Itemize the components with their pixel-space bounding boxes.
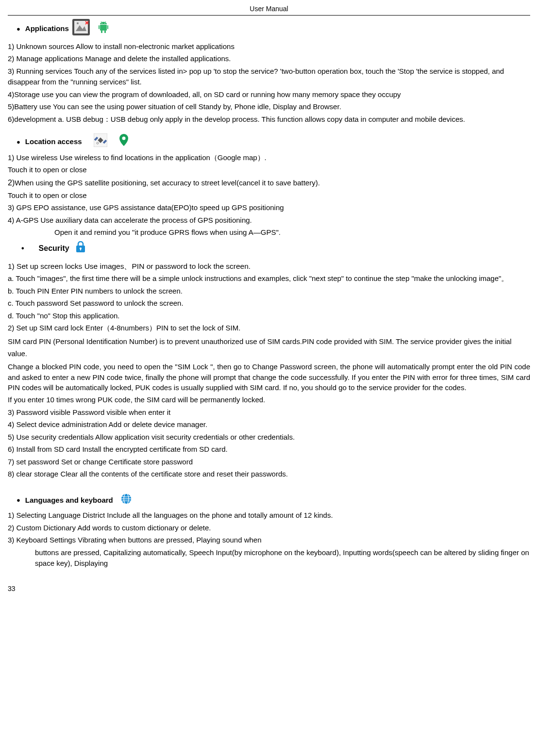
security-item-a: a. Touch "images", the first time there …: [8, 273, 530, 284]
globe-icon: [120, 493, 133, 509]
security-item-1: 1) Set up screen locks Use images、PIN or…: [8, 261, 530, 272]
svg-point-11: [101, 23, 102, 24]
page-number: 33: [8, 584, 530, 594]
satellite-icon: [94, 133, 107, 150]
section-languages-header: ● Languages and keyboard: [8, 493, 530, 509]
security-item-8: 8) clear storage Clear all the contents …: [8, 469, 530, 480]
section-title: Applications: [25, 23, 69, 34]
languages-item-1: 1) Selecting Language District Include a…: [8, 510, 530, 521]
applications-item-1: 1) Unknown sources Allow to install non-…: [8, 41, 530, 52]
security-item-5: 5) Use security credentials Allow applic…: [8, 432, 530, 443]
page-header: User Manual: [8, 4, 530, 15]
section-title: Location access: [25, 136, 82, 148]
bullet: ●: [17, 137, 20, 147]
location-item-2c: Touch it to open or close: [8, 190, 530, 201]
section-title: Languages and keyboard: [25, 495, 113, 506]
security-item-d: d. Touch "no" Stop this application.: [8, 311, 530, 322]
section-applications-header: ● Applications: [8, 18, 530, 39]
item-number: 2): [8, 177, 15, 189]
svg-point-12: [104, 23, 105, 24]
svg-rect-5: [99, 25, 100, 29]
applications-item-4: 4)Storage use you can view the program o…: [8, 89, 530, 100]
location-item-4: 4) A-GPS Use auxiliary data can accelera…: [8, 215, 530, 226]
applications-item-2: 2) Manage applications Manage and delete…: [8, 53, 530, 65]
applications-item-3: 3) Running services Touch any of the ser…: [8, 66, 530, 88]
applications-item-6: 6)development a. USB debug：USB debug onl…: [8, 114, 530, 125]
languages-item-2: 2) Custom Dictionary Add words to custom…: [8, 523, 530, 534]
section-title: Security: [39, 243, 69, 254]
svg-rect-6: [107, 25, 108, 29]
languages-item-3: 3) Keyboard Settings Vibrating when butt…: [8, 535, 530, 546]
svg-rect-4: [100, 25, 107, 31]
svg-point-3: [77, 22, 79, 24]
security-item-4: 4) Select device administration Add or d…: [8, 419, 530, 430]
section-security-header: • Security: [8, 241, 530, 256]
android-icon: [98, 21, 109, 37]
bullet: ●: [17, 495, 20, 505]
location-item-3: 3) GPS EPO assistance, use GPS assistanc…: [8, 202, 530, 214]
location-item-1b: Touch it to open or close: [8, 164, 530, 176]
bullet: •: [21, 243, 24, 254]
svg-rect-7: [101, 31, 102, 33]
security-item-3: 3) Password visible Password visible whe…: [8, 407, 530, 418]
header-rule: [8, 15, 530, 16]
applications-item-5: 5)Battery use You can see the using powe…: [8, 101, 530, 113]
location-item-4b: Open it and remind you "it produce GPRS …: [54, 227, 530, 238]
bullet: ●: [17, 24, 20, 34]
security-para-3: If you enter 10 times wrong PUK code, th…: [8, 394, 530, 406]
svg-rect-21: [80, 248, 81, 250]
security-item-c: c. Touch password Set password to unlock…: [8, 298, 530, 309]
security-para-2: Change a blocked PIN code, you need to o…: [8, 362, 530, 393]
svg-point-18: [122, 137, 125, 140]
location-item-1: 1) Use wireless Use wireless to find loc…: [8, 152, 530, 164]
location-pin-icon: [119, 133, 129, 150]
security-item-7: 7) set password Set or change Certificat…: [8, 457, 530, 468]
location-item-2: 2) When using the GPS satellite position…: [8, 177, 530, 189]
security-item-2: 2) Set up SIM card lock Enter（4-8numbers…: [8, 323, 530, 334]
security-item-b: b. Touch PIN Enter PIN numbers to unlock…: [8, 286, 530, 297]
security-para-1: SIM card PIN (Personal Identification Nu…: [8, 335, 530, 360]
item-text: When using the GPS satellite positioning…: [15, 178, 320, 189]
languages-item-3b: buttons are pressed, Capitalizing automa…: [35, 547, 530, 569]
security-item-6: 6) Install from SD card Install the encr…: [8, 444, 530, 455]
lock-icon: [75, 241, 86, 256]
gallery-icon: [72, 18, 90, 39]
section-location-header: ● Location access: [8, 133, 530, 150]
svg-rect-8: [104, 31, 106, 33]
